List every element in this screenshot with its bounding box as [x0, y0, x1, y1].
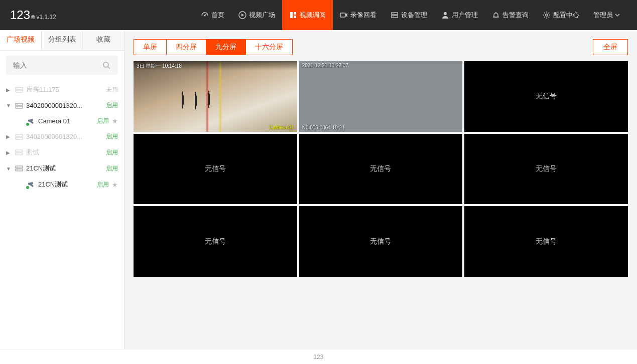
- tree-item-label: 测试: [26, 148, 101, 157]
- svg-rect-6: [340, 13, 345, 17]
- search-icon[interactable]: [102, 61, 111, 70]
- nav-item-device[interactable]: 设备管理: [384, 0, 434, 30]
- nav-item-alarm[interactable]: 告警查询: [485, 0, 536, 30]
- tree-item-label: 34020000001320...: [26, 102, 101, 109]
- tree-item-label: 21CN测试: [38, 180, 92, 189]
- video-cell-0[interactable]: 3日 星期一 10:14:18Camera 01: [134, 61, 297, 132]
- chevron-down-icon: [615, 13, 620, 18]
- nav-item-label: 录像回看: [350, 11, 376, 20]
- chevron-right-icon: ▶: [6, 87, 12, 93]
- footer-text: 123: [313, 353, 323, 360]
- svg-rect-33: [16, 134, 23, 136]
- svg-point-9: [393, 13, 394, 14]
- osd-timestamp: 2021-12 21 10:22:07: [302, 63, 348, 68]
- star-icon[interactable]: ★: [112, 181, 118, 189]
- video-cell-3[interactable]: 无信号: [134, 134, 297, 205]
- layout-button-2[interactable]: 九分屏: [206, 40, 246, 55]
- alarm-icon: [492, 11, 500, 19]
- gear-icon: [543, 11, 551, 19]
- server-icon: [15, 134, 23, 140]
- nav-item-record[interactable]: 录像回看: [333, 0, 384, 30]
- nav-item-grid[interactable]: 视频调阅: [282, 0, 333, 30]
- tree-camera[interactable]: 21CN测试启用★: [4, 176, 120, 193]
- video-cell-5[interactable]: 无信号: [464, 134, 628, 205]
- svg-rect-30: [16, 106, 23, 108]
- brand: 123 ® v1.1.12: [10, 8, 56, 22]
- svg-rect-34: [16, 137, 23, 139]
- svg-point-35: [17, 135, 17, 135]
- nav-item-gear[interactable]: 配置中心: [536, 0, 586, 30]
- play-icon: [238, 11, 246, 19]
- tree-group[interactable]: ▶34020000001320...启用: [4, 129, 120, 144]
- sidebar-tab-0[interactable]: 广场视频: [0, 30, 42, 50]
- user-icon: [441, 11, 449, 19]
- status-badge: 启用: [106, 132, 118, 141]
- search-input[interactable]: [13, 61, 102, 69]
- star-icon[interactable]: ★: [112, 117, 118, 125]
- svg-point-32: [17, 107, 17, 107]
- tree-item-label: 库房11.175: [26, 85, 101, 94]
- brand-registered: ®: [31, 15, 35, 20]
- nav-item-label: 视频广场: [249, 11, 275, 20]
- status-badge: 启用: [106, 101, 118, 110]
- svg-line-1: [205, 14, 206, 16]
- svg-point-44: [17, 169, 17, 170]
- svg-rect-37: [16, 150, 23, 152]
- nav-item-label: 配置中心: [553, 11, 579, 20]
- video-cell-2[interactable]: 无信号: [464, 61, 628, 132]
- chevron-right-icon: ▶: [6, 134, 12, 139]
- sidebar-tab-2[interactable]: 收藏: [83, 30, 124, 50]
- fullscreen-button[interactable]: 全屏: [593, 39, 628, 55]
- nav-item-user[interactable]: 用户管理: [434, 0, 485, 30]
- nav-item-play[interactable]: 视频广场: [231, 0, 282, 30]
- top-nav: 首页视频广场视频调阅录像回看设备管理用户管理告警查询配置中心: [194, 0, 586, 30]
- svg-point-23: [103, 62, 108, 67]
- svg-rect-42: [16, 169, 23, 171]
- no-signal-text: 无信号: [205, 164, 226, 173]
- svg-line-21: [544, 17, 545, 18]
- tree-item-label: 21CN测试: [26, 164, 101, 173]
- sidebar-search[interactable]: [6, 56, 118, 75]
- svg-rect-5: [294, 16, 296, 18]
- svg-rect-38: [16, 153, 23, 155]
- tree-group[interactable]: ▶测试启用: [4, 144, 120, 160]
- svg-rect-41: [16, 166, 23, 168]
- svg-rect-7: [392, 13, 398, 15]
- video-cell-1[interactable]: 2021-12 21 10:22:07N0.006 0064 10:21: [299, 61, 463, 132]
- current-user-menu[interactable]: 管理员: [586, 11, 627, 20]
- current-user-label: 管理员: [593, 11, 613, 20]
- layout-button-0[interactable]: 单屏: [134, 40, 167, 55]
- svg-point-36: [17, 138, 17, 138]
- svg-point-10: [393, 16, 394, 17]
- tree-item-label: 34020000001320...: [26, 133, 101, 140]
- sidebar-tab-1[interactable]: 分组列表: [42, 30, 83, 50]
- nav-item-label: 用户管理: [452, 11, 478, 20]
- svg-line-24: [108, 67, 110, 69]
- chevron-down-icon: ▼: [6, 103, 12, 108]
- video-cell-4[interactable]: 无信号: [299, 134, 463, 205]
- nav-item-label: 设备管理: [401, 11, 427, 20]
- status-badge: 启用: [106, 148, 118, 157]
- chevron-down-icon: ▼: [6, 166, 12, 171]
- layout-button-3[interactable]: 十六分屏: [246, 40, 292, 55]
- video-cell-7[interactable]: 无信号: [299, 206, 463, 277]
- server-icon: [15, 149, 23, 155]
- svg-line-19: [544, 13, 545, 14]
- device-icon: [391, 11, 399, 19]
- tree-group[interactable]: ▶库房11.175未用: [4, 82, 120, 98]
- video-cell-8[interactable]: 无信号: [464, 206, 628, 277]
- tree-group[interactable]: ▼21CN测试启用: [4, 160, 120, 176]
- nav-item-dashboard[interactable]: 首页: [194, 0, 231, 30]
- camera-icon: [27, 181, 35, 188]
- layout-button-1[interactable]: 四分屏: [167, 40, 206, 55]
- video-cell-6[interactable]: 无信号: [134, 206, 297, 277]
- osd-camera-name: Camera 01: [269, 125, 294, 130]
- svg-point-14: [546, 14, 548, 17]
- svg-point-11: [444, 12, 447, 15]
- no-signal-text: 无信号: [536, 92, 557, 101]
- svg-point-40: [17, 153, 17, 154]
- device-tree: ▶库房11.175未用▼34020000001320...启用Camera 01…: [0, 80, 124, 349]
- tree-group[interactable]: ▼34020000001320...启用: [4, 98, 120, 113]
- tree-camera[interactable]: Camera 01启用★: [4, 113, 120, 129]
- svg-point-43: [17, 166, 17, 167]
